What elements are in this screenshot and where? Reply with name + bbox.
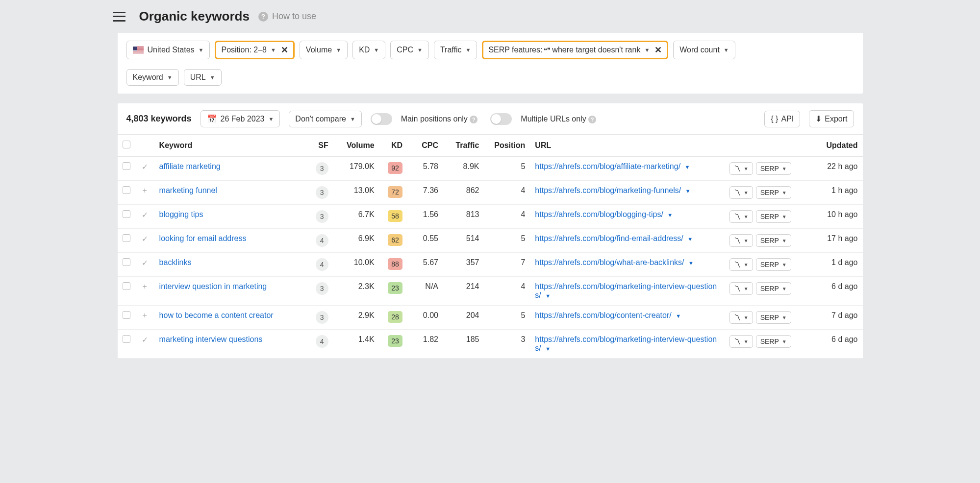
sf-badge[interactable]: 3: [316, 186, 328, 199]
filter-serp-features[interactable]: SERP features: ❝❞ where target doesn't r…: [482, 41, 668, 59]
check-icon[interactable]: ✓: [141, 258, 149, 267]
help-icon[interactable]: ?: [258, 12, 268, 22]
keyword-link[interactable]: interview question in marketing: [159, 282, 267, 290]
keyword-link[interactable]: how to become a content creator: [159, 311, 274, 319]
chevron-down-icon: ▼: [271, 47, 276, 53]
api-button[interactable]: { } API: [764, 111, 800, 127]
plus-icon[interactable]: +: [141, 282, 149, 291]
row-checkbox[interactable]: [123, 186, 130, 194]
col-position[interactable]: Position: [484, 135, 530, 157]
filter-keyword[interactable]: Keyword ▼: [126, 69, 179, 86]
chevron-down-icon[interactable]: ▼: [545, 293, 551, 299]
check-icon[interactable]: ✓: [141, 210, 149, 219]
check-icon[interactable]: ✓: [141, 234, 149, 243]
url-link[interactable]: https://ahrefs.com/blog/marketing-interv…: [535, 282, 717, 299]
chart-button[interactable]: 〽▼: [729, 234, 753, 247]
filter-position[interactable]: Position: 2–8 ▼ ✕: [215, 41, 294, 59]
filter-cpc[interactable]: CPC ▼: [390, 41, 429, 59]
multiple-urls-toggle[interactable]: [490, 113, 512, 125]
sf-badge[interactable]: 4: [316, 234, 328, 247]
chart-button[interactable]: 〽▼: [729, 311, 753, 324]
compare-dropdown[interactable]: Don't compare ▼: [289, 111, 361, 127]
col-keyword[interactable]: Keyword: [154, 135, 308, 157]
sf-badge[interactable]: 3: [316, 282, 328, 295]
row-checkbox[interactable]: [123, 234, 130, 242]
main-positions-toggle[interactable]: [371, 113, 392, 125]
col-cpc[interactable]: CPC: [407, 135, 443, 157]
kd-badge: 72: [388, 186, 402, 198]
close-icon[interactable]: ✕: [654, 45, 662, 55]
url-link[interactable]: https://ahrefs.com/blog/find-email-addre…: [535, 234, 683, 242]
sf-badge[interactable]: 3: [316, 210, 328, 223]
url-link[interactable]: https://ahrefs.com/blog/marketing-funnel…: [535, 186, 681, 194]
serp-button[interactable]: SERP▼: [756, 162, 791, 175]
chevron-down-icon[interactable]: ▼: [687, 236, 693, 242]
chevron-down-icon[interactable]: ▼: [545, 346, 551, 352]
serp-button[interactable]: SERP▼: [756, 258, 791, 271]
serp-button[interactable]: SERP▼: [756, 210, 791, 223]
chart-button[interactable]: 〽▼: [729, 335, 753, 348]
filter-kd[interactable]: KD ▼: [352, 41, 385, 59]
row-checkbox[interactable]: [123, 210, 130, 218]
filter-volume[interactable]: Volume ▼: [300, 41, 348, 59]
col-volume[interactable]: Volume: [333, 135, 379, 157]
chart-button[interactable]: 〽▼: [729, 186, 753, 199]
serp-button[interactable]: SERP▼: [756, 186, 791, 199]
menu-icon[interactable]: [113, 12, 126, 22]
chart-button[interactable]: 〽▼: [729, 162, 753, 175]
sf-badge[interactable]: 3: [316, 162, 328, 175]
serp-button[interactable]: SERP▼: [756, 335, 791, 348]
url-link[interactable]: https://ahrefs.com/blog/marketing-interv…: [535, 335, 717, 352]
col-traffic[interactable]: Traffic: [443, 135, 484, 157]
chevron-down-icon: ▼: [210, 74, 215, 80]
filter-url[interactable]: URL ▼: [184, 69, 222, 86]
filter-traffic[interactable]: Traffic ▼: [434, 41, 477, 59]
chevron-down-icon[interactable]: ▼: [667, 212, 673, 218]
keyword-link[interactable]: blogging tips: [159, 210, 203, 218]
chevron-down-icon[interactable]: ▼: [688, 260, 694, 266]
filter-word-count[interactable]: Word count ▼: [673, 41, 735, 59]
help-icon[interactable]: ?: [588, 116, 596, 123]
keyword-link[interactable]: backlinks: [159, 258, 192, 266]
serp-button[interactable]: SERP▼: [756, 311, 791, 324]
row-checkbox[interactable]: [123, 311, 130, 319]
export-button[interactable]: ⬇ Export: [809, 110, 854, 127]
keyword-link[interactable]: looking for email address: [159, 234, 247, 242]
chevron-down-icon[interactable]: ▼: [685, 188, 691, 194]
chart-button[interactable]: 〽▼: [729, 258, 753, 271]
row-checkbox[interactable]: [123, 282, 130, 290]
col-kd[interactable]: KD: [379, 135, 407, 157]
how-to-use-link[interactable]: How to use: [272, 11, 316, 22]
keyword-link[interactable]: affiliate marketing: [159, 162, 221, 170]
plus-icon[interactable]: +: [141, 311, 149, 320]
help-icon[interactable]: ?: [470, 116, 477, 123]
plus-icon[interactable]: +: [141, 186, 149, 195]
date-picker[interactable]: 📅 26 Feb 2023 ▼: [201, 110, 280, 127]
close-icon[interactable]: ✕: [281, 45, 288, 55]
select-all-checkbox[interactable]: [123, 141, 130, 148]
chart-button[interactable]: 〽▼: [729, 210, 753, 223]
serp-button[interactable]: SERP▼: [756, 234, 791, 247]
url-link[interactable]: https://ahrefs.com/blog/content-creator/: [535, 311, 671, 319]
sf-badge[interactable]: 4: [316, 335, 328, 348]
col-url[interactable]: URL: [530, 135, 724, 157]
url-link[interactable]: https://ahrefs.com/blog/affiliate-market…: [535, 162, 680, 170]
url-link[interactable]: https://ahrefs.com/blog/what-are-backlin…: [535, 258, 684, 266]
row-checkbox[interactable]: [123, 335, 130, 343]
filter-country[interactable]: United States ▼: [126, 41, 210, 59]
keyword-link[interactable]: marketing funnel: [159, 186, 217, 194]
chevron-down-icon[interactable]: ▼: [685, 164, 690, 170]
row-checkbox[interactable]: [123, 162, 130, 170]
check-icon[interactable]: ✓: [141, 335, 149, 344]
chevron-down-icon[interactable]: ▼: [676, 313, 681, 319]
col-sf[interactable]: SF: [308, 135, 333, 157]
sf-badge[interactable]: 3: [316, 311, 328, 324]
url-link[interactable]: https://ahrefs.com/blog/blogging-tips/: [535, 210, 663, 218]
row-checkbox[interactable]: [123, 258, 130, 266]
sf-badge[interactable]: 4: [316, 258, 328, 271]
col-updated[interactable]: Updated: [811, 135, 862, 157]
serp-button[interactable]: SERP▼: [756, 282, 791, 295]
check-icon[interactable]: ✓: [141, 162, 149, 171]
keyword-link[interactable]: marketing interview questions: [159, 335, 263, 343]
chart-button[interactable]: 〽▼: [729, 282, 753, 295]
